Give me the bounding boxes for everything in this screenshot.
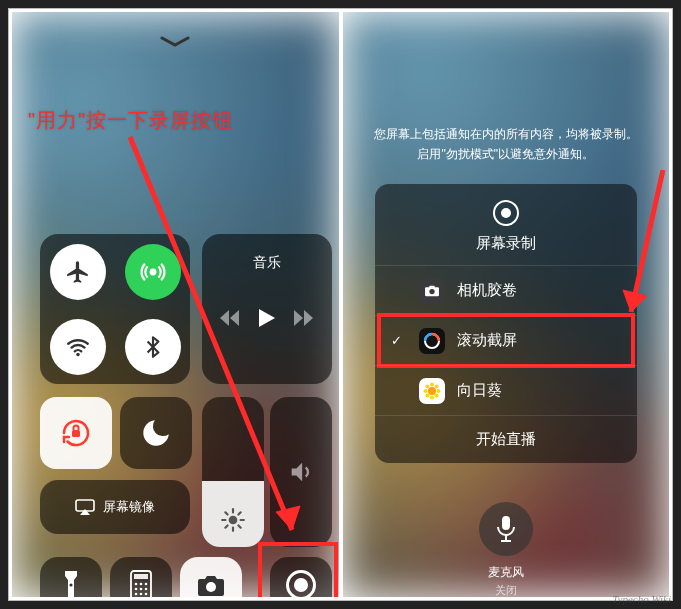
volume-slider[interactable] [270,397,332,547]
option-scroll-screenshot[interactable]: ✓ 滚动截屏 [375,315,638,365]
svg-point-22 [135,593,138,596]
airplay-icon [75,499,95,515]
option-label: 相机胶卷 [457,281,517,300]
svg-point-36 [434,384,438,388]
option-sunflower[interactable]: 向日葵 [375,365,638,415]
option-camera-roll[interactable]: 相机胶卷 [375,265,638,315]
svg-point-21 [145,588,148,591]
flashlight-button[interactable] [40,557,102,597]
calculator-button[interactable] [110,557,172,597]
svg-point-38 [434,393,438,397]
svg-point-1 [76,352,79,355]
record-description: 您屏幕上包括通知在内的所有内容，均将被录制。 启用"勿扰模式"以避免意外通知。 [343,124,670,165]
svg-line-8 [225,512,227,514]
mic-label: 麦克风 [343,564,670,581]
watermark: Typecho.Wiki [612,593,671,605]
orientation-lock-button[interactable] [40,397,112,469]
screen-record-button[interactable] [270,557,332,597]
cellular-button[interactable] [125,244,181,300]
svg-point-33 [423,389,427,393]
svg-point-35 [425,384,429,388]
svg-point-3 [229,516,238,525]
annotation-text: "用力"按一下录屏按钮 [28,107,233,134]
option-label: 向日葵 [457,381,502,400]
airplane-mode-button[interactable] [50,244,106,300]
do-not-disturb-button[interactable] [120,397,192,469]
svg-point-17 [140,583,143,586]
screen-record-sheet: 屏幕录制 相机胶卷 ✓ 滚动截屏 [375,184,638,463]
svg-point-19 [135,588,138,591]
svg-line-11 [238,512,240,514]
svg-point-16 [135,583,138,586]
svg-point-28 [429,289,434,294]
svg-rect-2 [72,430,80,437]
camera-button[interactable] [180,557,242,597]
prev-track-icon[interactable] [219,309,241,331]
microphone-icon [495,515,517,543]
music-label: 音乐 [202,234,332,272]
sunflower-icon [419,378,445,404]
svg-point-18 [145,583,148,586]
svg-point-25 [206,582,216,592]
camera-roll-icon [419,278,445,304]
right-screenshot: 您屏幕上包括通知在内的所有内容，均将被录制。 启用"勿扰模式"以避免意外通知。 … [343,12,670,597]
svg-point-30 [428,387,436,395]
start-live-button[interactable]: 开始直播 [375,415,638,449]
sheet-title: 屏幕录制 [375,234,638,253]
svg-point-13 [69,583,72,586]
scroll-shot-icon [419,328,445,354]
left-screenshot: "用力"按一下录屏按钮 音乐 [12,12,339,597]
svg-point-37 [425,393,429,397]
microphone-toggle[interactable] [479,502,533,556]
svg-point-20 [140,588,143,591]
screen-mirror-button[interactable]: 屏幕镜像 [40,480,190,534]
speaker-icon [287,458,315,486]
brightness-slider[interactable] [202,397,264,547]
brightness-icon [220,507,246,533]
option-label: 滚动截屏 [457,331,517,350]
svg-point-32 [430,395,434,399]
svg-point-23 [140,593,143,596]
next-track-icon[interactable] [293,309,315,331]
screen-mirror-label: 屏幕镜像 [103,498,155,516]
music-tile[interactable]: 音乐 [202,234,332,384]
svg-line-9 [238,525,240,527]
svg-line-10 [225,525,227,527]
record-icon [493,200,519,226]
wifi-button[interactable] [50,319,106,375]
svg-point-34 [436,389,440,393]
svg-point-24 [145,593,148,596]
chevron-down-icon [160,34,190,52]
svg-point-0 [150,269,155,274]
bluetooth-button[interactable] [125,319,181,375]
connectivity-tile[interactable] [40,234,190,384]
svg-point-31 [430,382,434,386]
svg-rect-39 [502,516,510,530]
svg-rect-15 [134,574,148,579]
play-icon[interactable] [258,308,276,332]
